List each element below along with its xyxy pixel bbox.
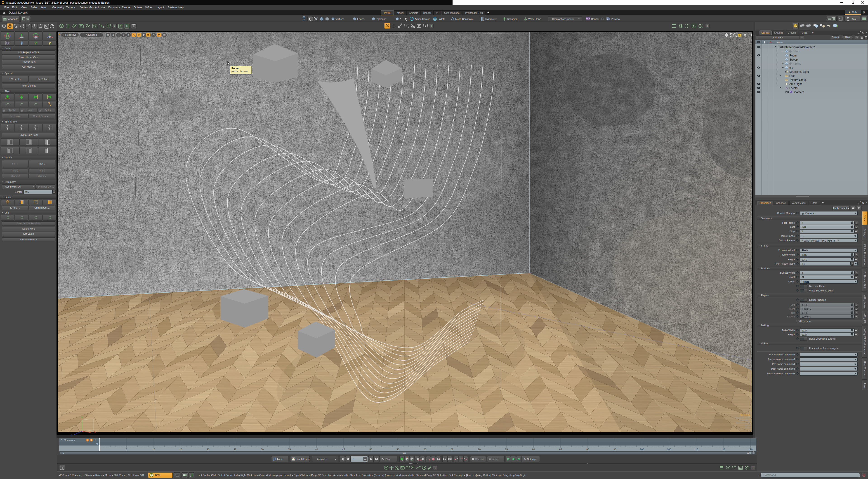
svg-text:65: 65 — [451, 448, 454, 451]
svg-text:20: 20 — [207, 448, 209, 451]
svg-text:60: 60 — [424, 448, 426, 451]
svg-text:45: 45 — [342, 448, 345, 451]
svg-text:No Items: No Items — [740, 413, 750, 416]
svg-text:55: 55 — [397, 448, 399, 451]
svg-text:50: 50 — [369, 448, 372, 451]
svg-text:15: 15 — [180, 448, 182, 451]
svg-text:10: 10 — [152, 448, 155, 451]
svg-text:115: 115 — [721, 448, 725, 451]
svg-text:X: X — [94, 430, 96, 434]
svg-text:90: 90 — [586, 448, 589, 451]
svg-text:5 mm: 5 mm — [745, 426, 750, 429]
svg-text:Deformers: ON: Deformers: ON — [736, 422, 750, 424]
svg-text:95: 95 — [614, 448, 616, 451]
svg-text:70: 70 — [478, 448, 480, 451]
svg-text:85: 85 — [559, 448, 562, 451]
svg-text:Mesh: Mesh — [417, 166, 423, 168]
svg-text:5: 5 — [126, 448, 127, 451]
svg-text:80: 80 — [532, 448, 535, 451]
svg-text:30: 30 — [261, 448, 264, 451]
svg-text:35: 35 — [288, 448, 291, 451]
svg-text:Channels: 0: Channels: 0 — [739, 419, 750, 421]
svg-text:75: 75 — [505, 448, 508, 451]
svg-text:120: 120 — [748, 448, 752, 451]
svg-text:Area Light: Area Light — [382, 51, 392, 53]
svg-text:25: 25 — [234, 448, 237, 451]
svg-text:40: 40 — [315, 448, 318, 451]
svg-text:Y: Y — [81, 416, 83, 419]
svg-text:100: 100 — [640, 448, 644, 451]
svg-text:110: 110 — [694, 448, 698, 451]
svg-text:105: 105 — [667, 448, 671, 451]
svg-text:Z: Z — [70, 434, 72, 437]
svg-text:GL: 5: GL: 5 — [745, 424, 750, 426]
svg-text:Polygons : Face: Polygons : Face — [735, 417, 750, 419]
